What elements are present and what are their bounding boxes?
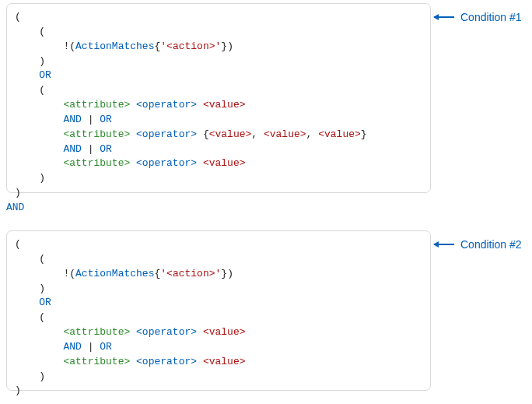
paren: ( [39, 311, 45, 323]
value-placeholder: <value> [318, 128, 361, 140]
paren: ) [39, 283, 45, 294]
condition-1-text: Condition #1 [460, 9, 522, 25]
paren: ) [227, 268, 233, 279]
action-placeholder: <action> [166, 268, 215, 279]
paren: ( [39, 253, 45, 265]
arrow-left-icon [434, 16, 454, 18]
condition-1-block: ( ( !(ActionMatches{'<action>'}) ) OR ( … [6, 3, 431, 193]
and-keyword: AND [6, 202, 24, 213]
and-keyword: AND [63, 143, 81, 155]
value-placeholder: <value> [203, 356, 246, 367]
condition-1-label: Condition #1 [434, 9, 522, 25]
condition-2-block: ( ( !(ActionMatches{'<action>'}) ) OR ( … [6, 230, 431, 391]
and-keyword: AND [63, 341, 81, 353]
value-placeholder: <value> [203, 99, 246, 111]
action-matches-fn: ActionMatches [75, 268, 154, 279]
action-matches-fn: ActionMatches [75, 40, 154, 52]
paren: ( [39, 26, 45, 37]
or-keyword: OR [39, 297, 51, 308]
value-placeholder: <value> [203, 157, 246, 169]
operator-placeholder: <operator> [136, 356, 197, 367]
value-placeholder: <value> [264, 128, 306, 140]
pipe: | [88, 143, 94, 155]
attribute-placeholder: <attribute> [63, 99, 130, 111]
comma: , [251, 128, 257, 140]
attribute-placeholder: <attribute> [63, 157, 130, 169]
operator-placeholder: <operator> [136, 157, 197, 169]
brace-close: } [361, 128, 367, 140]
value-placeholder: <value> [203, 326, 246, 338]
paren: ( [15, 238, 21, 250]
brace-close: } [221, 40, 227, 52]
quote: ' [160, 40, 166, 52]
pipe: | [88, 114, 94, 125]
pipe: | [88, 341, 94, 353]
or-keyword: OR [100, 341, 112, 353]
attribute-placeholder: <attribute> [63, 128, 130, 140]
operator-placeholder: <operator> [136, 326, 197, 338]
attribute-placeholder: <attribute> [63, 356, 130, 367]
or-keyword: OR [100, 143, 112, 155]
not-open: !( [63, 268, 75, 279]
paren: ) [39, 55, 45, 67]
paren: ) [39, 371, 45, 382]
condition-2-text: Condition #2 [460, 237, 522, 252]
action-placeholder: <action> [166, 40, 215, 52]
and-keyword: AND [63, 114, 81, 125]
value-placeholder: <value> [209, 128, 252, 140]
condition-2-label: Condition #2 [434, 237, 522, 252]
not-open: !( [63, 40, 75, 52]
connector-and: AND [6, 201, 24, 216]
paren: ) [39, 172, 45, 184]
quote: ' [160, 268, 166, 279]
brace-close: } [221, 268, 227, 279]
operator-placeholder: <operator> [136, 99, 197, 111]
paren: ) [15, 187, 21, 198]
operator-placeholder: <operator> [136, 128, 197, 140]
paren: ) [15, 385, 21, 396]
arrow-left-icon [434, 244, 454, 245]
paren: ) [227, 40, 233, 52]
or-keyword: OR [39, 69, 51, 81]
paren: ( [39, 84, 45, 96]
paren: ( [15, 11, 21, 23]
page-root: Condition #1 Condition #2 AND ( ( !(Acti… [0, 0, 532, 404]
comma: , [306, 128, 313, 140]
or-keyword: OR [100, 114, 112, 125]
brace-open: { [203, 128, 209, 140]
attribute-placeholder: <attribute> [63, 326, 130, 338]
